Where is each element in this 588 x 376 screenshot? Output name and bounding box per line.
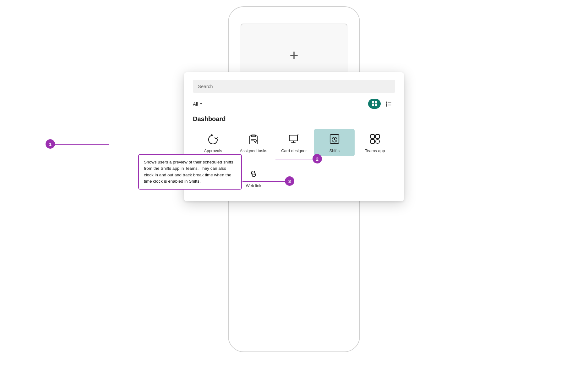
svg-rect-0 [372, 101, 374, 103]
svg-rect-25 [371, 140, 374, 143]
svg-rect-3 [375, 104, 377, 106]
tooltip-text: Shows users a preview of their scheduled… [144, 160, 233, 184]
section-title: Dashboard [193, 115, 395, 123]
shifts-label: Shifts [329, 148, 340, 153]
annotation-line-2 [275, 159, 313, 159]
teams-app-icon [368, 132, 382, 146]
svg-rect-23 [371, 135, 374, 138]
search-input[interactable] [193, 80, 395, 93]
filter-all-label: All [193, 101, 198, 107]
svg-rect-2 [372, 104, 374, 106]
card-designer-label: Card designer [281, 148, 307, 153]
svg-line-22 [335, 140, 335, 140]
app-item-shifts[interactable]: Shifts [314, 129, 355, 156]
svg-rect-9 [388, 106, 391, 106]
svg-rect-14 [289, 135, 297, 141]
grid-view-button[interactable] [368, 99, 381, 109]
web-link-label: Web link [246, 183, 261, 188]
annotation-circle-1: 1 [46, 139, 55, 149]
assigned-tasks-label: Assigned tasks [240, 148, 267, 153]
app-item-approvals[interactable]: Approvals [193, 129, 233, 156]
svg-rect-6 [386, 103, 387, 105]
approvals-icon [206, 132, 220, 146]
annotation-circle-2: 2 [313, 154, 322, 163]
svg-rect-7 [388, 104, 391, 104]
list-icon [385, 100, 392, 107]
filter-all-dropdown[interactable]: All ▾ [193, 101, 202, 107]
svg-rect-24 [376, 135, 379, 138]
shifts-icon [328, 132, 341, 146]
svg-rect-1 [375, 101, 377, 103]
chevron-down-icon: ▾ [200, 102, 202, 106]
add-icon: + [290, 47, 298, 64]
grid-icon [371, 101, 378, 107]
list-view-button[interactable] [382, 98, 395, 109]
approvals-label: Approvals [204, 148, 222, 153]
teams-app-label: Teams app [365, 148, 385, 153]
annotation-line-3 [242, 181, 285, 182]
shifts-tooltip: Shows users a preview of their scheduled… [138, 154, 242, 190]
view-toggles [368, 98, 395, 109]
card-designer-icon [287, 132, 301, 146]
svg-rect-8 [386, 105, 387, 107]
web-link-icon [247, 167, 260, 181]
svg-rect-4 [386, 102, 387, 103]
annotation-circle-3: 3 [285, 176, 294, 186]
assigned-tasks-icon [247, 132, 260, 146]
app-item-card-designer[interactable]: Card designer [274, 129, 314, 156]
filter-row: All ▾ [193, 98, 395, 109]
annotation-line-1 [55, 144, 109, 145]
app-item-teams-app[interactable]: Teams app [355, 129, 395, 156]
app-item-assigned-tasks[interactable]: Assigned tasks [233, 129, 274, 156]
svg-line-18 [298, 135, 298, 135]
svg-rect-5 [388, 102, 391, 102]
